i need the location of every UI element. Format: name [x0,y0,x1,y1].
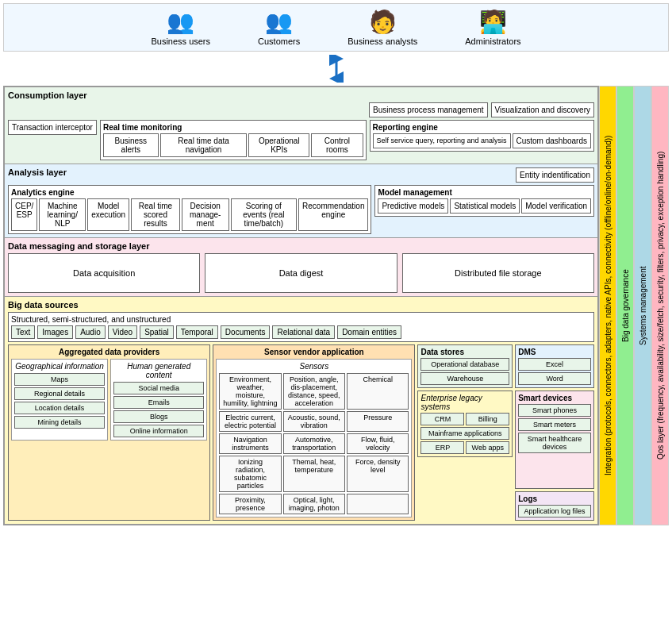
dms-smart-wrapper: DMS Excel Word Smart devices Smart phone… [515,344,594,521]
reporting-items: Self service query, reporting and analys… [373,133,591,148]
cep-box: CEP/ ESP [11,198,37,231]
billing-tag: Billing [466,413,509,425]
web-apps-tag: Web apps [466,441,509,454]
main-container: 👥 Business users 👥 Customers 🧑 Business … [0,0,672,529]
regional-tag: Regional details [14,387,105,400]
sensor-proximity: Proximity, presence [219,494,281,514]
smart-meters-tag: Smart meters [518,418,591,431]
user-business: 👥 Business users [151,9,210,46]
dms-block: DMS Excel Word [515,344,594,388]
data-digest-box: Data digest [205,253,397,293]
maps-tag: Maps [14,373,105,386]
structured-items: Text Images Audio Video Spatial Temporal… [11,325,591,339]
sensor-pressure: Pressure [347,411,409,432]
business-alerts-label: Business alerts [115,137,148,154]
distributed-storage-box: Distributed file storage [402,253,594,293]
logs-block: Logs Application log files [515,491,594,521]
analytics-engine: Analytics engine CEP/ ESP Machine learni… [8,185,371,234]
engine-items: CEP/ ESP Machine learning/ NLP Model exe… [11,198,368,231]
human-items: Social media Emails Blogs Online informa… [113,382,204,437]
warehouse-tag: Warehouse [420,372,509,385]
custom-dashboards-box: Custom dashboards [513,133,592,148]
bidirectional-arrow-icon [324,55,348,83]
statistical-label: Statistical models [454,202,516,210]
human-title: Human generated content [113,362,204,379]
model-mgmt-block: Model management Predictive models Stati… [374,185,594,217]
sensors-grid: Environment, weather, moisture, humility… [219,373,409,514]
real-time-items: Business alerts Real time data navigatio… [103,133,363,157]
engine-title: Analytics engine [11,188,368,197]
data-acquisition-label: Data acquisition [73,268,135,278]
decision-mgmt-label: Decision manage-ment [190,202,221,228]
user-customers: 👥 Customers [258,9,300,46]
analysis-main: Analytics engine CEP/ ESP Machine learni… [8,185,594,234]
right-sidebars: Integration (protocols, connectors, adap… [599,86,669,525]
relational-tag: Relational data [272,325,335,339]
word-tag: Word [518,372,591,385]
business-process-label: Business process management [373,106,484,114]
sensor-thermal: Themal, heat, temperature [283,456,345,492]
social-media-tag: Social media [113,382,204,394]
integration-sidebar: Integration (protocols, connectors, adap… [599,86,616,525]
business-users-icon: 👥 [167,9,194,35]
transaction-label: Transaction interceptor [12,123,93,132]
sensor-vendor: Sensor vendor application Sensors Enviro… [213,344,415,521]
sensor-vendor-title: Sensor vendor application [216,348,412,356]
data-acquisition-box: Data acquisition [8,253,200,293]
scored-results-box: Real time scored results [131,198,180,231]
temporal-tag: Temporal [176,325,218,339]
data-messaging-title: Data messaging and storage layer [8,241,594,251]
analysts-label: Business analysts [348,37,417,46]
ml-box: Machine learning/ NLP [39,198,86,231]
main-layers: Consumption layer Business process manag… [3,86,599,525]
entity-label: Entity indentification [520,171,590,179]
logs-title: Logs [518,494,591,503]
video-tag: Video [108,325,137,339]
op-kpis-box: Operational KPIs [248,133,309,157]
customers-icon: 👥 [265,9,293,35]
decision-mgmt-box: Decision manage-ment [182,198,229,231]
reporting-block: Reporting engine Self service query, rep… [370,120,594,152]
model-items: Predictive models Statistical models Mod… [378,198,591,214]
sensors-title: Sensors [219,362,409,371]
enterprise-grid: CRM Billing Mainframe applications ERP W… [420,413,509,454]
qos-sidebar: Qos layer (frequency, availability, size… [651,86,669,525]
sensors-block: Sensors Environment, weather, moisture, … [216,359,412,517]
spatial-tag: Spatial [140,325,174,339]
data-stores-wrapper: Data stores Operational database Warehou… [417,344,513,521]
systems-sidebar: Systems management [634,86,651,525]
control-rooms-box: Control rooms [311,133,363,157]
real-time-nav-label: Real time data navigation [178,137,228,154]
sensor-optical: Optical, light, imaging, photon [283,494,345,514]
recommendation-box: Recommendation engine [298,198,368,231]
sensor-chemical: Chemical [347,373,409,410]
business-users-label: Business users [151,37,210,46]
audio-tag: Audio [75,325,106,339]
model-verify-label: Model verification [525,202,587,210]
scoring-events-box: Scoring of events (real time/batch) [231,198,298,231]
real-time-block: Real time monitoring Business alerts Rea… [100,120,367,160]
control-rooms-label: Control rooms [324,137,350,154]
agg-title: Aggregated data providers [11,348,207,356]
geo-title: Geographical information [14,362,105,371]
custom-dashboards-label: Custom dashboards [516,137,588,145]
smart-healthcare-tag: Smart healthcare devices [518,433,591,453]
blogs-tag: Blogs [113,410,204,423]
business-process-box: Business process management [369,102,488,117]
smart-items: Smart phones Smart meters Smart healthca… [518,404,591,453]
consumption-top: Business process management Visualizatio… [8,102,594,117]
human-block: Human generated content Social media Ema… [110,359,207,441]
users-section: 👥 Business users 👥 Customers 🧑 Business … [3,3,669,52]
ds-items: Operational database Warehouse [420,358,509,385]
bottom-providers: Aggregated data providers Geographical i… [8,344,594,521]
consumption-title: Consumption layer [8,90,594,100]
model-exec-box: Model execution [87,198,129,231]
data-stores-block: Data stores Operational database Warehou… [417,344,513,388]
sensor-acoustic: Acoustic, sound, vibration [283,411,345,432]
sensor-navigation: Navigation instruments [219,433,281,454]
smartphones-tag: Smart phones [518,404,591,417]
excel-tag: Excel [518,358,591,371]
documents-tag: Documents [221,325,271,339]
structured-block: Structured, semi-structured, and unstruc… [8,312,594,342]
analysts-icon: 🧑 [369,9,397,35]
